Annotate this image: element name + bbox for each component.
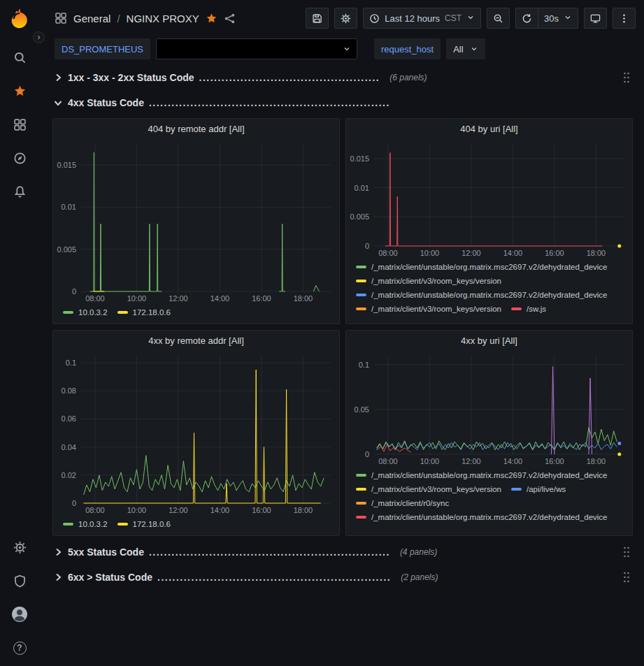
chevron-down-icon: [564, 13, 572, 24]
dashboards-button[interactable]: [6, 110, 34, 138]
legend-series-marker: [63, 523, 73, 526]
timeseries-chart[interactable]: 08:0010:0012:0014:0016:0018:0000.020.040…: [53, 350, 339, 516]
favorite-star-button[interactable]: [206, 13, 217, 24]
user-profile-button[interactable]: [6, 600, 34, 628]
datasource-variable-label[interactable]: DS_PROMETHEUS: [55, 38, 150, 59]
legend-item[interactable]: 172.18.0.6: [117, 305, 171, 319]
legend-series-marker: [511, 307, 522, 310]
timeseries-chart[interactable]: 08:0010:0012:0014:0016:0018:0000.050.1: [346, 350, 632, 467]
legend-item[interactable]: 10.0.3.2: [63, 305, 108, 319]
svg-text:12:00: 12:00: [169, 294, 188, 303]
svg-text:0.05: 0.05: [355, 405, 369, 414]
zoom-out-button[interactable]: [487, 8, 510, 29]
svg-text:16:00: 16:00: [252, 506, 271, 514]
legend-item[interactable]: /_matrix/client/v3/room_keys/version: [356, 274, 501, 287]
row-1xx-3xx-2xx[interactable]: 1xx - 3xx - 2xx Status Code ............…: [52, 68, 633, 87]
legend-series-marker: [511, 488, 522, 491]
chevron-down-icon: [343, 45, 351, 53]
panel-header[interactable]: 404 by uri [All]: [346, 119, 632, 138]
row-title: 1xx - 3xx - 2xx Status Code: [68, 72, 194, 83]
legend-item[interactable]: 10.0.3.2: [63, 517, 108, 530]
legend-series-label: /_matrix/client/v3/room_keys/version: [371, 305, 501, 313]
row-6xx[interactable]: 6xx > Status Code ......................…: [52, 567, 633, 586]
breadcrumb-separator: /: [117, 13, 120, 24]
panel-404-by-uri: 404 by uri [All] 08:0010:0012:0014:0016:…: [345, 118, 633, 324]
row-dots: ........................................…: [149, 97, 390, 108]
legend-series-label: /_matrix/client/v3/room_keys/version: [371, 485, 501, 493]
legend-item[interactable]: /_matrix/client/unstable/org.matrix.msc2…: [356, 260, 608, 273]
alerting-button[interactable]: [6, 178, 34, 205]
avatar: [11, 606, 28, 623]
zoom-out-icon: [493, 13, 503, 24]
share-dashboard-button[interactable]: [224, 13, 236, 24]
panel-header[interactable]: 4xx by uri [All]: [346, 331, 632, 350]
admin-button[interactable]: [6, 567, 34, 595]
svg-text:0.005: 0.005: [57, 245, 76, 254]
breadcrumb-section[interactable]: General: [73, 13, 110, 24]
legend-item[interactable]: /_matrix/client/unstable/org.matrix.msc2…: [356, 468, 608, 482]
legend-item[interactable]: /_matrix/client/v3/room_keys/version: [356, 482, 501, 495]
legend-series-label: /_matrix/client/r0/sync: [371, 499, 449, 507]
chevron-down-icon: [466, 13, 475, 24]
row-5xx[interactable]: 5xx Status Code ........................…: [52, 542, 633, 561]
legend-item[interactable]: /sw.js: [511, 302, 546, 315]
compass-icon: [13, 152, 27, 165]
timeseries-chart[interactable]: 08:0010:0012:0014:0016:0018:0000.0050.01…: [53, 138, 339, 304]
legend-series-label: /sw.js: [527, 305, 546, 313]
legend-series-label: 172.18.0.6: [133, 520, 171, 528]
chevron-down-icon: [52, 97, 64, 108]
svg-text:0.08: 0.08: [62, 386, 76, 395]
legend-item[interactable]: /_matrix/client/r0/sync: [356, 496, 449, 509]
svg-text:08:00: 08:00: [85, 506, 105, 514]
legend-series-marker: [356, 502, 366, 505]
gear-icon: [341, 13, 351, 24]
svg-text:0.04: 0.04: [62, 443, 76, 451]
svg-text:18:00: 18:00: [294, 506, 313, 514]
datasource-variable-select[interactable]: [156, 38, 357, 59]
save-icon: [312, 13, 322, 24]
request-host-variable-select[interactable]: All: [446, 38, 485, 59]
legend-series-label: 10.0.3.2: [78, 308, 108, 317]
shield-icon: [13, 574, 27, 588]
legend-item[interactable]: /_matrix/client/v3/room_keys/version: [356, 302, 501, 315]
dashboard-settings-button[interactable]: [334, 8, 357, 29]
row-4xx[interactable]: 4xx Status Code ........................…: [52, 93, 633, 112]
legend-series-marker: [356, 266, 366, 268]
row-drag-handle[interactable]: [623, 71, 630, 83]
legend-item[interactable]: /_matrix/client/unstable/org.matrix.msc2…: [356, 288, 608, 301]
panel-header[interactable]: 404 by remote addr [All]: [53, 119, 339, 138]
more-options-button[interactable]: [613, 8, 636, 29]
legend-item[interactable]: /_matrix/client/unstable/org.matrix.msc2…: [356, 510, 608, 523]
timeseries-chart[interactable]: 08:0010:0012:0014:0016:0018:0000.0050.01…: [346, 138, 632, 259]
sidebar-expand-button[interactable]: ›: [33, 31, 45, 43]
refresh-interval-picker[interactable]: 30s: [538, 8, 578, 29]
legend-item[interactable]: /api/live/ws: [511, 482, 566, 495]
legend-series-marker: [356, 474, 366, 477]
legend: /_matrix/client/unstable/org.matrix.msc2…: [346, 467, 632, 535]
svg-text:14:00: 14:00: [503, 457, 523, 465]
svg-text:12:00: 12:00: [461, 249, 481, 257]
server-admin-settings-button[interactable]: [6, 533, 34, 561]
row-drag-handle[interactable]: [623, 571, 630, 583]
row-drag-handle[interactable]: [623, 546, 630, 558]
request-host-variable-label[interactable]: request_host: [374, 38, 441, 59]
refresh-button[interactable]: [515, 8, 538, 29]
grafana-logo[interactable]: [8, 7, 31, 31]
star-filled-icon: [206, 13, 217, 24]
search-button[interactable]: [6, 43, 34, 71]
tv-mode-button[interactable]: [584, 8, 607, 29]
panel-header[interactable]: 4xx by remote addr [All]: [53, 331, 339, 350]
svg-text:0: 0: [365, 242, 369, 250]
svg-text:10:00: 10:00: [420, 249, 440, 257]
kebab-menu-icon: [619, 13, 629, 24]
star-icon: [13, 85, 27, 98]
legend-item[interactable]: 172.18.0.6: [117, 517, 171, 530]
save-dashboard-button[interactable]: [306, 8, 329, 29]
help-button[interactable]: ?: [6, 634, 34, 662]
grafana-app: ? › General / NGINX PROXY: [0, 0, 644, 666]
starred-dashboards-button[interactable]: [6, 77, 34, 105]
dashboard-title[interactable]: NGINX PROXY: [127, 13, 199, 24]
breadcrumb: General / NGINX PROXY: [55, 12, 236, 24]
time-range-picker[interactable]: Last 12 hours CST: [363, 8, 481, 29]
explore-button[interactable]: [6, 144, 34, 172]
